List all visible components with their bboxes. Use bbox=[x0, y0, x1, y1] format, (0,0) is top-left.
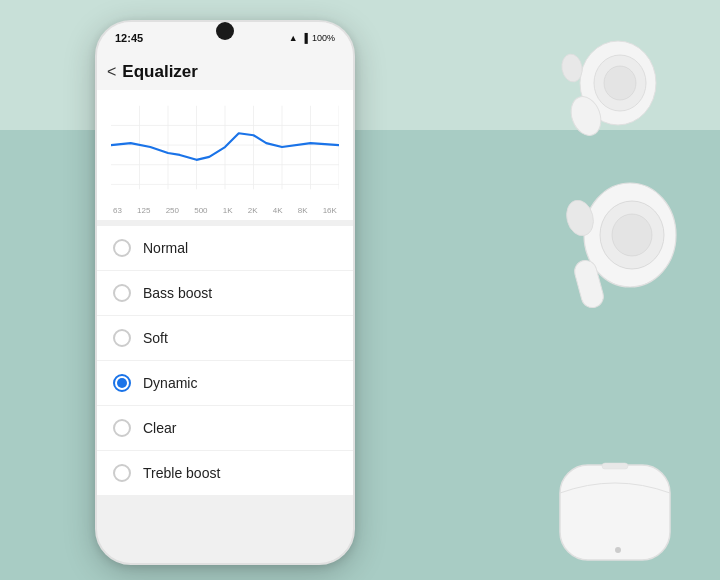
svg-point-23 bbox=[615, 547, 621, 553]
earbud-mid-right bbox=[562, 170, 692, 325]
earbud-top-right bbox=[558, 28, 668, 148]
option-dynamic-label: Dynamic bbox=[143, 375, 197, 391]
charging-case bbox=[550, 425, 680, 570]
svg-rect-22 bbox=[560, 465, 670, 560]
option-normal-label: Normal bbox=[143, 240, 188, 256]
chart-x-labels: 63 125 250 500 1K 2K 4K 8K 16K bbox=[111, 206, 339, 215]
radio-soft bbox=[113, 329, 131, 347]
svg-rect-24 bbox=[602, 463, 628, 469]
freq-16k: 16K bbox=[323, 206, 337, 215]
option-bass-boost-label: Bass boost bbox=[143, 285, 212, 301]
freq-63: 63 bbox=[113, 206, 122, 215]
status-icons: ▲ ▐ 100% bbox=[289, 33, 335, 43]
freq-250: 250 bbox=[166, 206, 179, 215]
chart-svg bbox=[111, 100, 339, 200]
back-button[interactable]: < bbox=[107, 63, 116, 81]
phone-frame: 12:45 ▲ ▐ 100% < Equalizer bbox=[95, 20, 355, 565]
radio-treble-boost bbox=[113, 464, 131, 482]
equalizer-options-list: Normal Bass boost Soft Dynamic Clear Tre… bbox=[97, 226, 353, 496]
radio-normal bbox=[113, 239, 131, 257]
radio-dynamic bbox=[113, 374, 131, 392]
option-treble-boost-label: Treble boost bbox=[143, 465, 220, 481]
radio-bass-boost bbox=[113, 284, 131, 302]
option-soft[interactable]: Soft bbox=[97, 316, 353, 361]
svg-point-19 bbox=[612, 214, 652, 256]
freq-1k: 1K bbox=[223, 206, 233, 215]
notch bbox=[216, 22, 234, 40]
freq-8k: 8K bbox=[298, 206, 308, 215]
option-soft-label: Soft bbox=[143, 330, 168, 346]
freq-2k: 2K bbox=[248, 206, 258, 215]
status-time: 12:45 bbox=[115, 32, 143, 44]
radio-dynamic-fill bbox=[117, 378, 127, 388]
page-title: Equalizer bbox=[122, 62, 198, 82]
svg-point-14 bbox=[604, 66, 636, 100]
option-clear[interactable]: Clear bbox=[97, 406, 353, 451]
radio-clear bbox=[113, 419, 131, 437]
option-treble-boost[interactable]: Treble boost bbox=[97, 451, 353, 496]
freq-125: 125 bbox=[137, 206, 150, 215]
option-bass-boost[interactable]: Bass boost bbox=[97, 271, 353, 316]
app-header: < Equalizer bbox=[97, 54, 353, 90]
freq-500: 500 bbox=[194, 206, 207, 215]
status-bar: 12:45 ▲ ▐ 100% bbox=[97, 22, 353, 54]
wifi-icon: ▲ bbox=[289, 33, 298, 43]
equalizer-chart: 63 125 250 500 1K 2K 4K 8K 16K bbox=[97, 90, 353, 220]
option-clear-label: Clear bbox=[143, 420, 176, 436]
signal-icon: ▐ bbox=[302, 33, 308, 43]
freq-4k: 4K bbox=[273, 206, 283, 215]
battery-label: 100% bbox=[312, 33, 335, 43]
option-dynamic[interactable]: Dynamic bbox=[97, 361, 353, 406]
option-normal[interactable]: Normal bbox=[97, 226, 353, 271]
